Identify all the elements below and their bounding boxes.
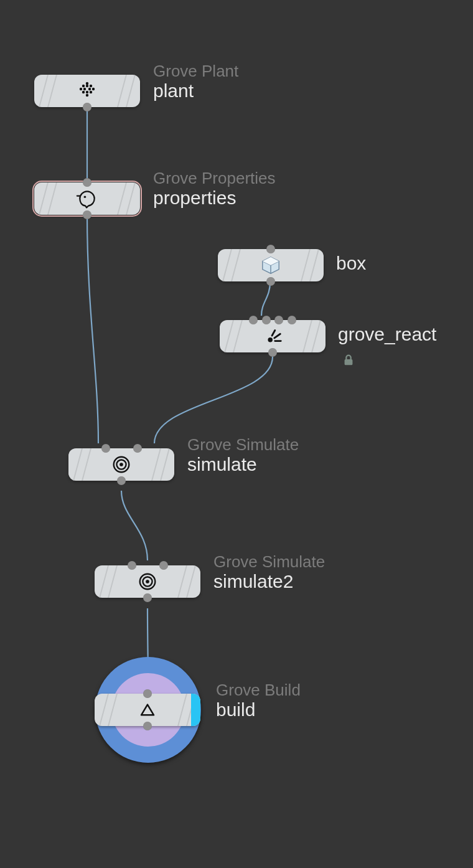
cube-icon — [260, 254, 282, 276]
port-in-0[interactable] — [101, 444, 110, 453]
node-type-label: Grove Build — [216, 681, 301, 699]
port-in-0[interactable] — [249, 316, 258, 324]
node-box[interactable] — [218, 249, 324, 281]
node-name-label: build — [216, 699, 301, 721]
target-icon — [110, 453, 133, 476]
port-in-1[interactable] — [159, 561, 168, 570]
node-name-label: simulate2 — [213, 571, 325, 593]
node-build[interactable] — [95, 694, 200, 726]
impact-icon — [261, 325, 284, 347]
node-grove-react[interactable] — [220, 320, 325, 352]
svg-point-3 — [90, 85, 92, 87]
node-name-label: grove_react — [338, 324, 436, 346]
port-in[interactable] — [143, 689, 152, 698]
svg-point-6 — [88, 88, 91, 90]
svg-point-10 — [90, 91, 92, 93]
port-out[interactable] — [143, 593, 152, 602]
svg-point-11 — [86, 94, 88, 97]
svg-point-26 — [146, 580, 149, 583]
svg-rect-20 — [345, 359, 353, 365]
node-graph-canvas[interactable]: Grove Plant plant Grove Properties prope… — [0, 0, 473, 868]
svg-point-23 — [119, 463, 123, 466]
port-in[interactable] — [83, 178, 91, 187]
node-name-label: plant — [153, 80, 238, 102]
bird-icon — [76, 187, 98, 210]
node-type-label: Grove Simulate — [213, 553, 325, 571]
node-simulate2[interactable] — [95, 565, 200, 598]
triangle-icon — [136, 699, 159, 721]
wire-box-grovereact — [261, 282, 270, 316]
svg-point-4 — [80, 88, 82, 90]
port-out[interactable] — [83, 210, 91, 219]
port-out[interactable] — [143, 722, 152, 730]
port-out[interactable] — [266, 277, 275, 286]
node-plant[interactable] — [34, 75, 140, 107]
plant-icon — [76, 80, 98, 102]
svg-line-18 — [274, 334, 280, 338]
wire-simulate-simulate2 — [121, 491, 148, 560]
svg-point-9 — [86, 91, 88, 93]
wire-properties-simulate — [87, 215, 98, 443]
port-out[interactable] — [268, 348, 277, 357]
svg-point-5 — [83, 88, 86, 90]
render-active-indicator — [191, 694, 200, 726]
lock-icon — [342, 353, 355, 367]
node-type-label: Grove Simulate — [187, 436, 299, 454]
svg-point-1 — [82, 85, 85, 87]
node-type-label: Grove Properties — [153, 169, 276, 187]
node-name-label: simulate — [187, 454, 299, 476]
node-name-label: box — [336, 253, 366, 275]
node-name-label: properties — [153, 187, 276, 209]
svg-point-16 — [268, 337, 273, 342]
target-icon — [136, 570, 159, 593]
node-simulate[interactable] — [68, 448, 174, 481]
svg-point-12 — [84, 196, 87, 199]
port-in-0[interactable] — [128, 561, 136, 570]
svg-point-2 — [86, 85, 88, 87]
svg-point-8 — [82, 91, 85, 93]
port-in-1[interactable] — [262, 316, 271, 324]
svg-point-7 — [92, 88, 95, 90]
port-in-3[interactable] — [288, 316, 296, 324]
svg-line-17 — [272, 331, 275, 336]
port-out[interactable] — [117, 476, 126, 485]
port-in-1[interactable] — [133, 444, 142, 453]
node-type-label: Grove Plant — [153, 62, 238, 80]
node-properties[interactable] — [34, 182, 140, 215]
port-in[interactable] — [266, 245, 275, 253]
port-in-2[interactable] — [274, 316, 283, 324]
wires-layer — [0, 0, 473, 868]
svg-point-0 — [86, 82, 88, 85]
wire-grovereact-simulate — [154, 357, 273, 443]
port-out[interactable] — [83, 103, 91, 111]
